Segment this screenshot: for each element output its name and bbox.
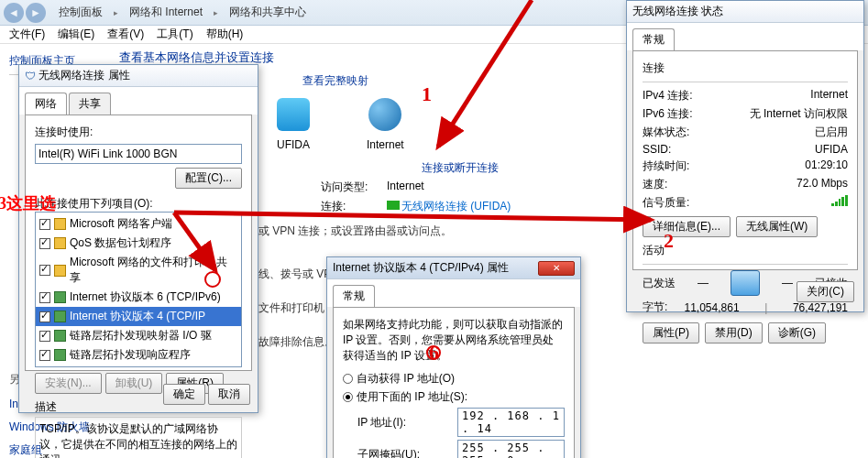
menu-edit[interactable]: 编辑(E) [52, 25, 100, 44]
ipv4-properties-dialog: Internet 协议版本 4 (TCP/IPv4) 属性 ✕ 常规 如果网络支… [326, 256, 581, 458]
radio-manual-ip[interactable]: 使用下面的 IP 地址(S): [343, 389, 565, 405]
dialog-title: Internet 协议版本 4 (TCP/IPv4) 属性 [333, 260, 538, 276]
globe-icon [368, 98, 401, 131]
breadcrumb[interactable]: 控制面板▸ 网络和 Internet▸ 网络和共享中心 [55, 3, 310, 22]
desc-text: TCP/IP。该协议是默认的广域网络协议，它提供在不同的相互连接的网络上的通讯。 [35, 417, 242, 458]
access-type-value: Internet [387, 180, 424, 195]
bc-root[interactable]: 控制面板 [55, 3, 106, 22]
wireless-status-dialog: 无线网络连接 状态 常规 连接 IPv4 连接:Internet IPv6 连接… [626, 0, 864, 312]
list-item: Microsoft 网络客户端 [36, 214, 241, 234]
connection-link[interactable]: 无线网络连接 (UFIDA) [387, 199, 511, 214]
section-connection: 连接 [643, 60, 848, 76]
radio-auto-ip[interactable]: 自动获得 IP 地址(O) [343, 371, 565, 387]
close-icon[interactable]: ✕ [538, 261, 575, 276]
close-button[interactable]: 关闭(C) [797, 281, 854, 302]
list-item: QoS 数据包计划程序 [36, 234, 241, 253]
items-list[interactable]: Microsoft 网络客户端 QoS 数据包计划程序 Microsoft 网络… [35, 212, 242, 367]
ssid-value: UFIDA [815, 143, 848, 156]
signal-bars-icon [831, 195, 848, 206]
bc-share[interactable]: 网络和共享中心 [225, 3, 310, 22]
forward-button[interactable]: ► [26, 3, 46, 23]
anno-2: 2 [664, 229, 674, 253]
disable-button[interactable]: 禁用(D) [705, 322, 763, 344]
details-button[interactable]: 详细信息(E)... [643, 216, 731, 237]
view-full-map[interactable]: 查看完整映射 [302, 73, 621, 89]
configure-button[interactable]: 配置(C)... [175, 168, 242, 189]
signal-icon [387, 201, 400, 210]
shield-icon: 🛡 [25, 70, 36, 82]
ipv6-value: 无 Internet 访问权限 [750, 106, 848, 122]
ip-address-field[interactable]: 192 . 168 . 1 . 14 [457, 408, 565, 437]
dialog-title: 无线网络连接 状态 [632, 4, 858, 19]
access-type-label: 访问类型: [321, 180, 376, 195]
list-item: Internet 协议版本 6 (TCP/IPv6) [36, 288, 241, 307]
list-item: 链路层拓扑发现响应程序 [36, 345, 241, 365]
menu-help[interactable]: 帮助(H) [201, 25, 249, 44]
sub1: 时或 VPN 连接；或设置路由器或访问点。 [247, 224, 621, 239]
bytes-sent: 11,054,861 [685, 301, 740, 314]
list-item-ipv4[interactable]: Internet 协议版本 4 (TCP/IP [36, 307, 241, 326]
wireless-props-button[interactable]: 无线属性(W) [736, 216, 818, 237]
dialog-title: 无线网络连接 属性 [38, 68, 252, 83]
wireless-properties-dialog: 🛡 无线网络连接 属性 网络 共享 连接时使用: Intel(R) WiFi L… [18, 64, 258, 413]
list-item: Microsoft 网络的文件和打印机共享 [36, 253, 241, 288]
tab-general[interactable]: 常规 [333, 285, 375, 307]
cancel-button[interactable]: 取消 [208, 384, 250, 405]
bytes-recv: 76,427,191 [793, 301, 848, 314]
adapter-name: Intel(R) WiFi Link 1000 BGN [35, 144, 242, 164]
net-local: UFIDA [275, 98, 312, 151]
menu-tools[interactable]: 工具(T) [151, 25, 198, 44]
subnet-mask-field[interactable]: 255 . 255 . 255 . 0 [457, 440, 565, 458]
anno-6: 6 [429, 341, 439, 365]
computer-icon [277, 98, 310, 131]
connections-label: 连接: [321, 199, 376, 214]
connect-disconnect[interactable]: 连接或断开连接 [422, 160, 621, 176]
net-internet: Internet [367, 98, 404, 151]
tab-sharing[interactable]: 共享 [69, 93, 111, 114]
bc-net[interactable]: 网络和 Internet [126, 3, 206, 22]
list-item: 链路层拓扑发现映射器 I/O 驱 [36, 326, 241, 345]
menu-view[interactable]: 查看(V) [102, 25, 149, 44]
back-button[interactable]: ◄ [4, 3, 24, 23]
anno-3: 3这里选 [0, 192, 56, 214]
properties-button[interactable]: 属性(P) [643, 322, 699, 344]
ipv4-value: Internet [810, 88, 848, 104]
connect-using-label: 连接时使用: [35, 125, 242, 140]
diagnose-button[interactable]: 诊断(G) [768, 322, 826, 344]
intro-text: 如果网络支持此功能，则可以获取自动指派的 IP 设置。否则，您需要从网络系统管理… [343, 317, 565, 364]
tab-general[interactable]: 常规 [632, 28, 675, 50]
install-button[interactable]: 安装(N)... [35, 373, 102, 394]
menu-file[interactable]: 文件(F) [4, 25, 50, 44]
uninstall-button: 卸载(U) [105, 373, 163, 394]
anno-1: 1 [422, 82, 432, 106]
items-label: 此连接使用下列项目(O): [35, 196, 242, 212]
tab-network[interactable]: 网络 [25, 93, 67, 114]
activity-icon [731, 270, 760, 296]
ok-button[interactable]: 确定 [163, 384, 205, 405]
